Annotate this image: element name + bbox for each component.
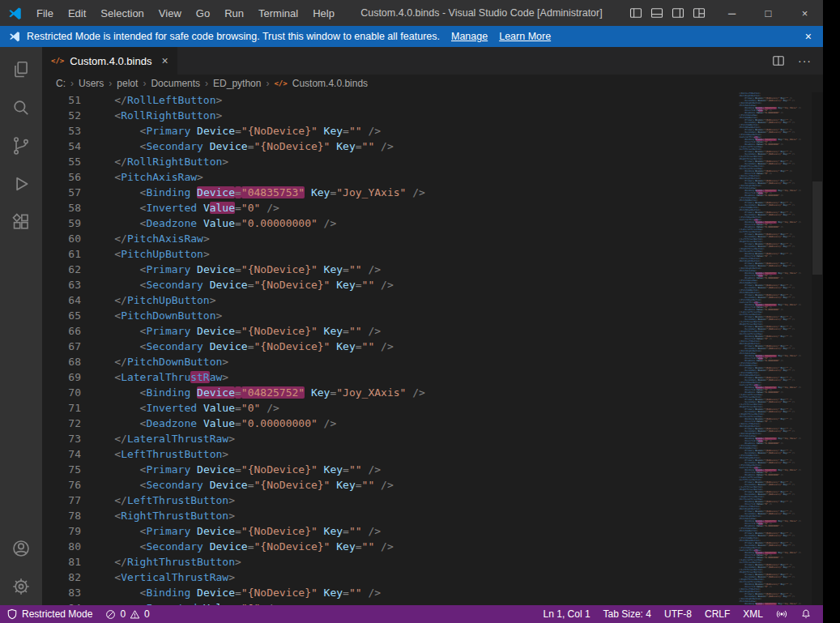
menu-file[interactable]: File bbox=[29, 0, 61, 26]
menu-run[interactable]: Run bbox=[217, 0, 251, 26]
cursor-position[interactable]: Ln 1, Col 1 bbox=[537, 605, 597, 623]
code-line-80[interactable]: 80<Secondary Device="{NoDevice}" Key="" … bbox=[42, 539, 734, 554]
code-line-76[interactable]: 76<Secondary Device="{NoDevice}" Key="" … bbox=[42, 477, 734, 493]
code-line-57[interactable]: 57<Binding Device="04835753" Key="Joy_YA… bbox=[42, 185, 734, 200]
code-line-65[interactable]: 65<PitchDownButton> bbox=[42, 308, 734, 323]
code-line-60[interactable]: 60</PitchAxisRaw> bbox=[42, 231, 734, 246]
breadcrumb-item[interactable]: C: bbox=[56, 78, 66, 89]
code-line-71[interactable]: 71<Inverted Value="0" /> bbox=[42, 400, 734, 416]
close-window-button[interactable]: × bbox=[787, 0, 823, 26]
toggle-panel-bottom-icon[interactable] bbox=[650, 6, 663, 19]
manage-link[interactable]: Manage bbox=[451, 31, 488, 42]
code-line-81[interactable]: 81</RightThrustButton> bbox=[42, 554, 734, 570]
code-line-77[interactable]: 77</LeftThrustButton> bbox=[42, 493, 734, 508]
eol-setting[interactable]: CRLF bbox=[698, 605, 736, 623]
broadcast-icon[interactable] bbox=[770, 605, 794, 623]
menu-go[interactable]: Go bbox=[189, 0, 217, 26]
tab-close-icon[interactable]: × bbox=[161, 54, 168, 67]
line-number: 78 bbox=[42, 508, 89, 523]
line-number: 54 bbox=[42, 139, 89, 154]
line-number: 60 bbox=[42, 231, 89, 246]
minimize-button[interactable]: ─ bbox=[714, 0, 750, 26]
code-line-61[interactable]: 61<PitchUpButton> bbox=[42, 246, 734, 262]
code-line-70[interactable]: 70<Binding Device="04825752" Key="Joy_XA… bbox=[42, 385, 734, 400]
breadcrumb-item[interactable]: Users bbox=[79, 78, 104, 89]
tab-custom-binds[interactable]: </> Custom.4.0.binds × bbox=[42, 47, 177, 75]
editor-group: </> Custom.4.0.binds × ··· C:›Users›pelo… bbox=[42, 47, 823, 605]
code-line-73[interactable]: 73</LateralThrustRaw> bbox=[42, 431, 734, 446]
line-number: 59 bbox=[42, 215, 89, 231]
search-icon[interactable] bbox=[2, 88, 41, 126]
toggle-sidebar-right-icon[interactable] bbox=[672, 6, 684, 19]
line-number: 58 bbox=[42, 200, 89, 215]
editor-pane[interactable]: 51</RollLeftButton>52<RollRightButton>53… bbox=[42, 92, 823, 605]
indentation-setting[interactable]: Tab Size: 4 bbox=[597, 605, 658, 623]
run-debug-icon[interactable] bbox=[2, 164, 41, 203]
learn-more-link[interactable]: Learn More bbox=[499, 31, 551, 42]
explorer-icon[interactable] bbox=[2, 50, 41, 88]
code-line-63[interactable]: 63<Secondary Device="{NoDevice}" Key="" … bbox=[42, 277, 734, 292]
source-control-icon[interactable] bbox=[2, 126, 41, 164]
code-line-75[interactable]: 75<Primary Device="{NoDevice}" Key="" /> bbox=[42, 462, 734, 477]
xml-file-icon: </> bbox=[51, 57, 64, 65]
more-actions-icon[interactable]: ··· bbox=[798, 54, 812, 67]
vscode-logo-icon bbox=[0, 6, 29, 20]
code-line-74[interactable]: 74<LeftThrustButton> bbox=[42, 446, 734, 462]
menu-view[interactable]: View bbox=[151, 0, 189, 26]
split-editor-icon[interactable] bbox=[772, 54, 785, 67]
customize-layout-icon[interactable] bbox=[693, 6, 706, 19]
code-line-58[interactable]: 58<Inverted Value="0" /> bbox=[42, 200, 734, 215]
line-number: 81 bbox=[42, 554, 89, 570]
breadcrumb-item[interactable]: Documents bbox=[151, 78, 200, 89]
code-line-78[interactable]: 78<RightThrustButton> bbox=[42, 508, 734, 523]
code-line-52[interactable]: 52<RollRightButton> bbox=[42, 108, 734, 123]
maximize-button[interactable]: □ bbox=[750, 0, 787, 26]
code-line-54[interactable]: 54<Secondary Device="{NoDevice}" Key="" … bbox=[42, 139, 734, 154]
code-line-79[interactable]: 79<Primary Device="{NoDevice}" Key="" /> bbox=[42, 523, 734, 539]
menu-edit[interactable]: Edit bbox=[61, 0, 93, 26]
code-line-82[interactable]: 82<VerticalThrustRaw> bbox=[42, 570, 734, 585]
code-line-53[interactable]: 53<Primary Device="{NoDevice}" Key="" /> bbox=[42, 123, 734, 139]
vertical-scrollbar[interactable] bbox=[812, 92, 823, 605]
scrollbar-thumb[interactable] bbox=[812, 181, 822, 275]
code-line-59[interactable]: 59<Deadzone Value="0.00000000" /> bbox=[42, 215, 734, 231]
problems-indicator[interactable]: 0 0 bbox=[99, 605, 156, 623]
xml-file-icon: </> bbox=[274, 79, 287, 87]
line-number: 77 bbox=[42, 493, 89, 508]
breadcrumb-item[interactable]: ED_python bbox=[213, 78, 261, 89]
code-line-84[interactable]: 84<Inverted Value="0" /> bbox=[42, 600, 734, 605]
toggle-sidebar-left-icon[interactable] bbox=[629, 6, 642, 19]
code-line-55[interactable]: 55</RollRightButton> bbox=[42, 154, 734, 169]
line-number: 76 bbox=[42, 477, 89, 493]
code-line-64[interactable]: 64</PitchUpButton> bbox=[42, 292, 734, 308]
menu-bar: FileEditSelectionViewGoRunTerminalHelp bbox=[29, 0, 342, 26]
menu-selection[interactable]: Selection bbox=[93, 0, 151, 26]
banner-close-icon[interactable]: × bbox=[805, 30, 812, 43]
code-line-68[interactable]: 68</PitchDownButton> bbox=[42, 354, 734, 369]
language-mode[interactable]: XML bbox=[736, 605, 770, 623]
notifications-bell-icon[interactable] bbox=[794, 605, 818, 623]
line-number: 63 bbox=[42, 277, 89, 292]
breadcrumb-item[interactable]: Custom.4.0.binds bbox=[292, 78, 368, 89]
code-area[interactable]: 51</RollLeftButton>52<RollRightButton>53… bbox=[42, 92, 734, 605]
breadcrumb-item[interactable]: pelot bbox=[117, 78, 138, 89]
code-line-66[interactable]: 66<Primary Device="{NoDevice}" Key="" /> bbox=[42, 323, 734, 339]
code-line-56[interactable]: 56<PitchAxisRaw> bbox=[42, 169, 734, 185]
banner-message: Restricted Mode is intended for safe cod… bbox=[27, 31, 440, 42]
code-line-67[interactable]: 67<Secondary Device="{NoDevice}" Key="" … bbox=[42, 339, 734, 354]
minimap[interactable]: </RollLeftButton><RollRightButton><Prima… bbox=[734, 92, 812, 605]
accounts-icon[interactable] bbox=[2, 529, 41, 567]
code-line-83[interactable]: 83<Binding Device="{NoDevice}" Key="" /> bbox=[42, 585, 734, 600]
extensions-icon[interactable] bbox=[2, 203, 41, 241]
restricted-mode-badge[interactable]: Restricted Mode bbox=[0, 605, 99, 623]
settings-gear-icon[interactable] bbox=[2, 567, 41, 605]
encoding-setting[interactable]: UTF-8 bbox=[658, 605, 698, 623]
code-line-62[interactable]: 62<Primary Device="{NoDevice}" Key="" /> bbox=[42, 262, 734, 277]
code-line-69[interactable]: 69<LateralThrustRaw> bbox=[42, 369, 734, 385]
line-number: 83 bbox=[42, 585, 89, 600]
menu-help[interactable]: Help bbox=[305, 0, 342, 26]
restricted-mode-label: Restricted Mode bbox=[22, 608, 92, 620]
code-line-72[interactable]: 72<Deadzone Value="0.00000000" /> bbox=[42, 416, 734, 431]
code-line-51[interactable]: 51</RollLeftButton> bbox=[42, 92, 734, 108]
menu-terminal[interactable]: Terminal bbox=[251, 0, 305, 26]
